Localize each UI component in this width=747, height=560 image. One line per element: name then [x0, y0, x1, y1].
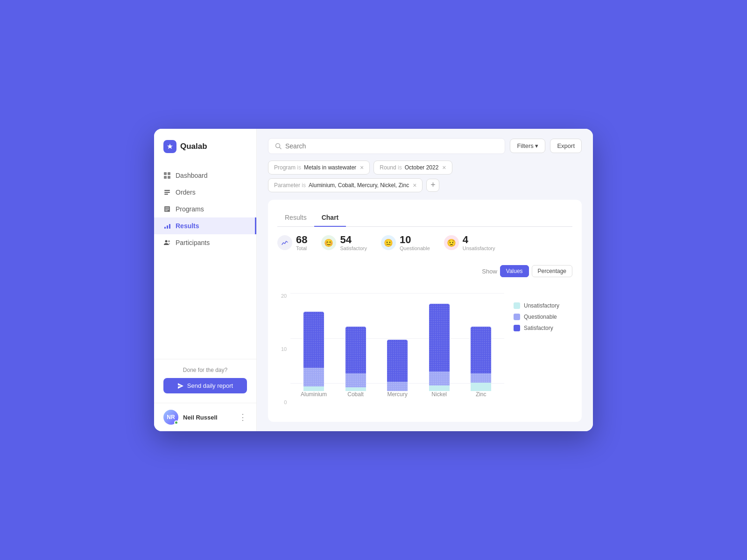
svg-point-11: [168, 240, 170, 242]
bar-group-cobalt: [342, 327, 370, 391]
show-toggle: Show Values Percentage: [482, 265, 572, 277]
sidebar-item-participants[interactable]: Participants: [154, 234, 256, 251]
bar-group-aluminium: [300, 312, 328, 391]
bar-segment-satisfactory: [387, 340, 408, 382]
x-label-nickel: Nickel: [425, 391, 453, 398]
app-window: Qualab Dashboard: [154, 129, 593, 431]
bar-stack: [345, 327, 366, 391]
values-toggle-button[interactable]: Values: [500, 265, 529, 277]
bar-segment-unsatisfactory: [429, 385, 450, 391]
filter-chips: Program is Metals in wastewater × Round …: [268, 161, 582, 192]
stat-unsatisfactory-icon: 😟: [444, 235, 459, 250]
x-label-aluminium: Aluminium: [300, 391, 328, 398]
legend-unsatisfactory: Unsatisfactory: [514, 302, 560, 309]
results-icon: [163, 222, 171, 230]
sidebar-item-label: Programs: [176, 205, 204, 213]
results-card: Results Chart 68 Total: [268, 200, 582, 422]
stat-unsatisfactory-label: Unsatisfactory: [463, 245, 495, 251]
x-label-mercury: Mercury: [383, 391, 411, 398]
avatar-online-dot: [174, 420, 178, 425]
app-name: Qualab: [180, 142, 207, 151]
send-icon: [177, 383, 184, 389]
sidebar-item-orders[interactable]: Orders: [154, 184, 256, 201]
bar-segment-unsatisfactory: [303, 386, 324, 391]
chart-main: AluminiumCobaltMercuryNickelZinc: [290, 293, 504, 405]
svg-rect-9: [169, 224, 170, 229]
legend-dot-unsatisfactory: [514, 302, 520, 309]
send-daily-report-button[interactable]: Send daily report: [163, 378, 247, 393]
main-content: Filters ▾ Export Program is Metals in wa…: [257, 129, 593, 431]
x-labels: AluminiumCobaltMercuryNickelZinc: [290, 391, 504, 398]
bar-segment-satisfactory: [429, 304, 450, 371]
stat-questionable-icon: 😐: [381, 235, 396, 250]
svg-rect-8: [167, 225, 168, 229]
stat-satisfactory-value: 54: [340, 234, 366, 245]
stat-total-label: Total: [296, 245, 307, 251]
svg-rect-7: [164, 227, 166, 229]
chart-legend: Unsatisfactory Questionable Satisfactory: [504, 293, 565, 405]
chart-y-axis: 20 10 0: [281, 293, 290, 405]
svg-rect-6: [164, 194, 168, 195]
stat-questionable-value: 10: [400, 234, 430, 245]
svg-rect-1: [168, 172, 170, 175]
legend-questionable: Questionable: [514, 314, 560, 320]
bar-segment-satisfactory: [471, 327, 491, 373]
app-logo: Qualab: [154, 129, 256, 162]
bar-stack: [471, 327, 491, 391]
sidebar-item-label: Participants: [176, 239, 210, 246]
y-label-10: 10: [281, 346, 287, 352]
bar-segment-unsatisfactory: [471, 383, 491, 391]
y-label-0: 0: [284, 399, 287, 405]
add-filter-button[interactable]: +: [426, 179, 439, 192]
legend-label-satisfactory: Satisfactory: [524, 325, 553, 331]
search-icon: [275, 143, 282, 149]
stat-questionable-label: Questionable: [400, 245, 430, 251]
bar-segment-questionable: [303, 368, 324, 386]
legend-label-questionable: Questionable: [524, 314, 557, 320]
done-label: Done for the day?: [163, 367, 247, 373]
bar-stack: [303, 312, 324, 391]
remove-chip-parameter[interactable]: ×: [413, 182, 416, 189]
svg-rect-2: [164, 176, 167, 179]
sidebar-item-results[interactable]: Results: [154, 217, 256, 234]
tab-results[interactable]: Results: [277, 209, 314, 227]
legend-dot-questionable: [514, 314, 520, 320]
bar-group-nickel: [425, 304, 453, 391]
svg-rect-0: [164, 172, 167, 175]
percentage-toggle-button[interactable]: Percentage: [532, 265, 572, 277]
tabs: Results Chart: [277, 209, 572, 227]
participants-icon: [163, 239, 171, 246]
tab-chart[interactable]: Chart: [314, 209, 346, 227]
sidebar-item-programs[interactable]: Programs: [154, 201, 256, 217]
stat-satisfactory-icon: 😊: [321, 235, 336, 250]
sidebar-item-label: Dashboard: [176, 172, 208, 179]
svg-rect-5: [164, 192, 170, 193]
bar-group-mercury: [383, 340, 411, 391]
bar-segment-unsatisfactory: [345, 387, 366, 391]
bar-segment-questionable: [387, 382, 408, 391]
stat-total-value: 68: [296, 234, 307, 245]
send-btn-label: Send daily report: [187, 382, 233, 389]
stat-unsatisfactory: 😟 4 Unsatisfactory: [444, 234, 495, 251]
orders-icon: [163, 189, 171, 196]
user-menu-button[interactable]: ⋮: [239, 412, 247, 422]
avatar: NR: [163, 410, 178, 425]
filters-button[interactable]: Filters ▾: [510, 139, 545, 153]
stat-questionable: 😐 10 Questionable: [381, 234, 430, 251]
x-label-cobalt: Cobalt: [342, 391, 370, 398]
legend-label-unsatisfactory: Unsatisfactory: [524, 302, 559, 309]
filter-chip-program: Program is Metals in wastewater ×: [268, 161, 370, 175]
legend-dot-satisfactory: [514, 325, 520, 331]
remove-chip-round[interactable]: ×: [442, 164, 446, 171]
svg-point-10: [165, 240, 168, 242]
stat-total-icon: [277, 235, 292, 250]
remove-chip-program[interactable]: ×: [360, 164, 364, 171]
stat-satisfactory-label: Satisfactory: [340, 245, 366, 251]
sidebar-item-dashboard[interactable]: Dashboard: [154, 167, 256, 184]
sidebar-nav: Dashboard Orders Program: [154, 162, 256, 359]
search-input[interactable]: [285, 142, 498, 150]
export-button[interactable]: Export: [550, 139, 582, 153]
svg-rect-3: [168, 176, 170, 179]
sidebar: Qualab Dashboard: [154, 129, 257, 431]
bars-row: [290, 293, 504, 391]
